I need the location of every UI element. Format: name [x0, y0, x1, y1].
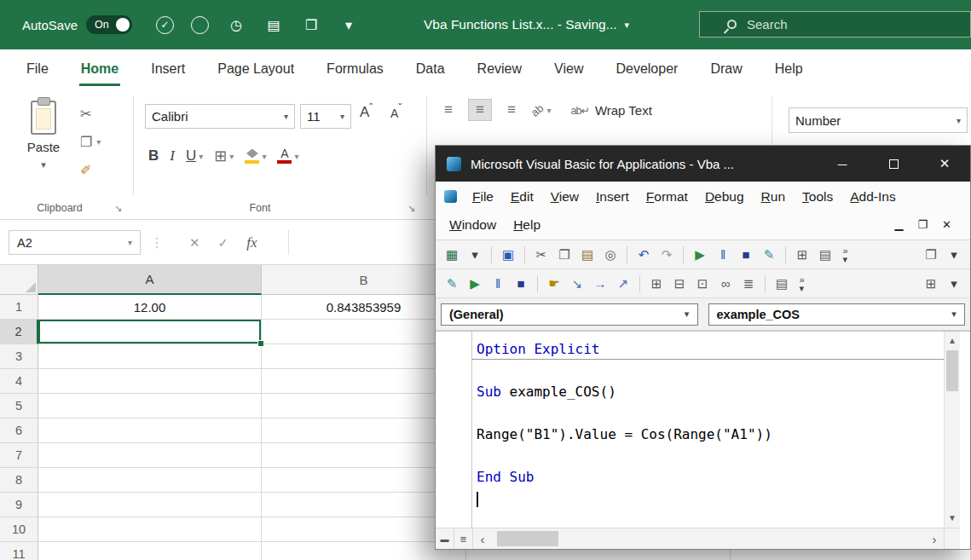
full-module-view-button[interactable]: ≣ — [454, 528, 473, 549]
row-header-11[interactable]: 11 — [0, 542, 38, 560]
code-line[interactable] — [436, 445, 944, 466]
italic-button[interactable]: I — [170, 147, 175, 165]
underline-button[interactable]: U ▾ — [186, 147, 203, 165]
save-icon[interactable]: ▣ — [498, 245, 518, 265]
code-line[interactable] — [436, 360, 944, 381]
vba-menu-insert[interactable]: Insert — [587, 189, 638, 205]
orientation-button[interactable]: ab ▾ — [531, 104, 552, 117]
cell-a5[interactable] — [38, 394, 262, 419]
font-size-combobox[interactable]: 11 ▾ — [300, 104, 351, 129]
tab-view[interactable]: View — [538, 49, 599, 89]
design-mode-icon[interactable]: ✎ — [759, 245, 779, 265]
cut-button[interactable]: ✂ — [80, 102, 101, 124]
row-header-5[interactable]: 5 — [0, 394, 38, 419]
undo-icon[interactable]: ↶ — [633, 245, 654, 265]
scroll-down-icon[interactable]: ▼ — [945, 511, 960, 526]
vba-menu-add-ins[interactable]: Add-Ins — [841, 189, 904, 205]
code-line[interactable]: Range("B1").Value = Cos(Range("A1")) — [436, 424, 944, 445]
design-mode-icon[interactable]: ✎ — [442, 274, 462, 294]
vba-menu-help[interactable]: Help — [505, 217, 549, 233]
view-microsoft-excel-icon[interactable]: ▦ — [442, 245, 462, 265]
customize-toolbar-icon[interactable]: ▾ — [338, 14, 359, 35]
procedure-view-button[interactable]: ▬ — [436, 528, 454, 549]
close-button[interactable]: ✕ — [919, 146, 970, 182]
sync-check-icon[interactable]: ✓ — [156, 16, 174, 34]
cell-a7[interactable] — [38, 443, 262, 468]
name-box[interactable]: A2 ▾ — [9, 230, 141, 255]
break-icon[interactable]: ‖ — [488, 274, 508, 294]
tab-data[interactable]: Data — [400, 49, 461, 89]
step-over-icon[interactable]: → — [590, 274, 610, 294]
find-icon[interactable]: ◎ — [600, 245, 621, 265]
status-circle-icon[interactable] — [191, 16, 209, 34]
workbook-icon[interactable]: ❒ — [301, 14, 321, 35]
save-as-icon[interactable]: ▤ — [263, 14, 284, 35]
cell-a2[interactable] — [38, 320, 262, 344]
vba-menu-tools[interactable]: Tools — [794, 189, 841, 205]
align-bottom-button[interactable]: ≡ — [500, 99, 523, 121]
font-name-combobox[interactable]: Calibri ▾ — [145, 104, 295, 129]
code-line[interactable]: Option Explicit — [436, 338, 944, 360]
cut-icon[interactable]: ✂ — [531, 245, 552, 265]
scroll-up-icon[interactable]: ▲ — [945, 333, 960, 349]
row-header-8[interactable]: 8 — [0, 468, 38, 493]
fill-color-button[interactable]: ▾ — [245, 149, 266, 164]
clipboard-dialog-launcher-icon[interactable]: ↘ — [114, 203, 122, 214]
tab-insert[interactable]: Insert — [135, 49, 201, 89]
paste-button[interactable]: Paste ▾ — [19, 95, 68, 170]
immediate-window-icon[interactable]: ⊟ — [669, 274, 690, 294]
project-explorer-icon[interactable]: ⊞ — [792, 245, 812, 265]
redo-icon[interactable]: ↷ — [656, 245, 677, 265]
procedure-dropdown[interactable]: example_COS ▾ — [708, 303, 966, 326]
column-header-a[interactable]: A — [38, 265, 262, 295]
child-close-icon[interactable]: ✕ — [942, 218, 951, 231]
vba-menu-run[interactable]: Run — [753, 189, 794, 205]
vertical-scroll-thumb[interactable] — [946, 350, 958, 391]
row-header-4[interactable]: 4 — [0, 369, 38, 394]
tab-draw[interactable]: Draw — [694, 49, 758, 89]
tab-file[interactable]: File — [10, 49, 65, 89]
increase-font-size-button[interactable]: A ˆ — [360, 104, 373, 129]
toggle-breakpoint-icon[interactable]: ☛ — [544, 274, 564, 294]
break-icon[interactable]: ‖ — [713, 245, 733, 265]
cell-a6[interactable] — [38, 419, 262, 443]
minimize-button[interactable]: ─ — [817, 146, 868, 182]
borders-button[interactable]: ⊞ ▾ — [214, 147, 234, 165]
reset-icon[interactable]: ■ — [736, 245, 756, 265]
cell-a4[interactable] — [38, 369, 262, 394]
tab-home[interactable]: Home — [65, 49, 135, 89]
horizontal-scroll-track[interactable] — [492, 528, 925, 549]
copy-icon[interactable]: ❐ — [554, 245, 575, 265]
version-history-icon[interactable]: ◷ — [226, 14, 246, 35]
cell-a10[interactable] — [38, 517, 262, 542]
vba-menu-window[interactable]: Window — [441, 217, 505, 233]
maximize-button[interactable] — [868, 146, 919, 182]
autosave-control[interactable]: AutoSave On — [22, 15, 132, 34]
object-dropdown[interactable]: (General) ▾ — [441, 303, 698, 326]
cell-a8[interactable] — [38, 468, 262, 493]
select-all-corner[interactable] — [0, 265, 38, 295]
paste-icon[interactable]: ▤ — [577, 245, 598, 265]
code-line[interactable] — [436, 402, 944, 424]
properties-window-icon[interactable]: ▤ — [815, 245, 835, 265]
insert-function-icon[interactable]: fx — [246, 234, 257, 251]
cancel-icon[interactable]: ✕ — [189, 235, 200, 251]
tab-review[interactable]: Review — [461, 49, 538, 89]
reset-icon[interactable]: ■ — [511, 274, 531, 294]
copy-button[interactable]: ❐ ▾ — [80, 130, 101, 153]
quick-watch-icon[interactable]: ∞ — [715, 274, 736, 294]
vba-menu-file[interactable]: File — [464, 189, 502, 205]
fill-handle[interactable] — [257, 340, 264, 347]
vba-menu-debug[interactable]: Debug — [696, 189, 753, 205]
run-icon[interactable]: ▶ — [690, 245, 710, 265]
docked-chevron-icon[interactable]: ▾ — [944, 245, 964, 265]
cell-a3[interactable] — [38, 344, 262, 369]
call-stack-icon[interactable]: ≣ — [738, 274, 759, 294]
docked-chevron-icon-2[interactable]: ▾ — [944, 274, 964, 294]
scroll-right-icon[interactable]: › — [925, 528, 944, 549]
vba-menu-edit[interactable]: Edit — [502, 189, 542, 205]
format-painter-button[interactable]: ✐ — [80, 159, 101, 181]
horizontal-scroll-thumb[interactable] — [497, 531, 558, 546]
code-line[interactable] — [436, 488, 944, 509]
toolbar-overflow-icon[interactable]: » ▾ — [795, 274, 809, 294]
